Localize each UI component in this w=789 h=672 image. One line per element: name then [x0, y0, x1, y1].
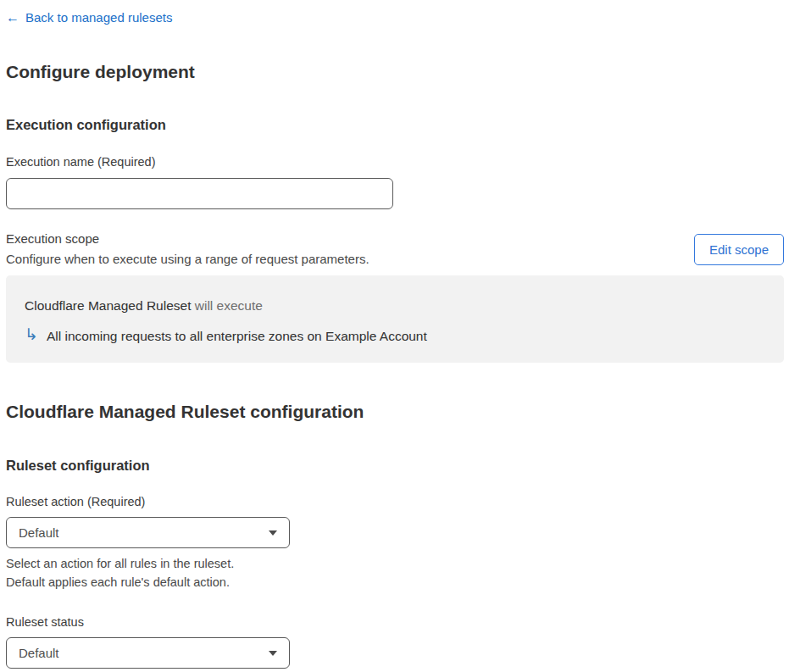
scope-detail-text: All incoming requests to all enterprise …	[47, 327, 427, 345]
ruleset-status-select[interactable]: Default	[6, 637, 290, 669]
execution-configuration-heading: Execution configuration	[6, 116, 784, 133]
ruleset-action-select[interactable]: Default	[6, 517, 290, 548]
ruleset-name-text: Cloudflare Managed Ruleset	[25, 298, 191, 313]
execution-scope-row: Execution scope Configure when to execut…	[6, 230, 784, 268]
chevron-down-icon	[269, 530, 277, 536]
ruleset-action-help-line2: Default applies each rule's default acti…	[6, 573, 784, 591]
ruleset-action-label: Ruleset action (Required)	[6, 494, 784, 509]
execution-scope-description: Configure when to execute using a range …	[6, 251, 369, 268]
scope-summary-detail: ↳ All incoming requests to all enterpris…	[25, 327, 767, 345]
ruleset-configuration-heading: Ruleset configuration	[6, 457, 784, 474]
back-arrow-icon: ←	[6, 9, 19, 26]
ruleset-action-help-line1: Select an action for all rules in the ru…	[6, 554, 784, 573]
execution-name-input[interactable]	[6, 178, 393, 209]
back-link-label: Back to managed rulesets	[25, 9, 172, 26]
ruleset-action-selected-value: Default	[19, 525, 59, 540]
scope-summary-headline: Cloudflare Managed Ruleset will execute	[25, 297, 767, 314]
ruleset-configuration-title: Cloudflare Managed Ruleset configuration	[6, 401, 784, 423]
branch-arrow-icon: ↳	[25, 325, 38, 343]
configure-deployment-page: ← Back to managed rulesets Configure dep…	[0, 0, 789, 672]
ruleset-status-label: Ruleset status	[6, 614, 784, 630]
chevron-down-icon	[269, 651, 277, 656]
execution-scope-label: Execution scope	[6, 230, 369, 247]
edit-scope-button[interactable]: Edit scope	[694, 234, 784, 265]
ruleset-status-selected-value: Default	[19, 646, 59, 660]
execution-name-label: Execution name (Required)	[6, 154, 784, 169]
back-to-managed-rulesets-link[interactable]: ← Back to managed rulesets	[6, 9, 172, 26]
scope-summary-box: Cloudflare Managed Ruleset will execute …	[6, 275, 784, 363]
will-execute-text: will execute	[191, 298, 262, 313]
execution-scope-text-group: Execution scope Configure when to execut…	[6, 230, 369, 268]
page-title: Configure deployment	[6, 61, 784, 83]
